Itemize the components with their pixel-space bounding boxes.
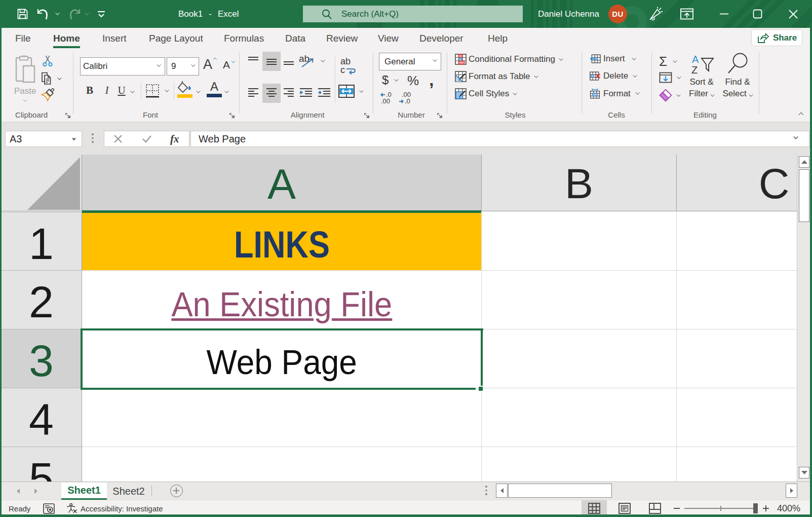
formula-bar-splitter[interactable] — [92, 133, 94, 144]
redo-button[interactable] — [65, 0, 89, 28]
share-button[interactable]: Share — [751, 29, 802, 46]
vertical-scroll-thumb[interactable] — [799, 169, 809, 222]
ribbon-display-options-button[interactable] — [676, 0, 698, 28]
horizontal-scroll-thumb[interactable] — [508, 484, 612, 498]
formula-input[interactable]: Web Page — [190, 131, 809, 147]
collapse-ribbon-button[interactable] — [799, 113, 804, 118]
cell-styles-button[interactable]: Cell Styles — [455, 88, 517, 99]
autosum-button[interactable]: Σ — [659, 54, 677, 69]
row-header-1[interactable]: 1 — [1, 212, 82, 270]
tab-view[interactable]: View — [378, 28, 399, 49]
paste-button[interactable]: Paste — [14, 55, 36, 101]
cut-button[interactable] — [42, 55, 54, 67]
align-middle-button[interactable] — [262, 52, 281, 71]
tab-file[interactable]: File — [15, 28, 31, 49]
avatar[interactable]: DU — [608, 5, 627, 23]
sheet-tab-sheet2[interactable]: Sheet2 — [107, 483, 150, 500]
feedback-button[interactable] — [642, 0, 668, 28]
vertical-scrollbar[interactable] — [797, 155, 810, 482]
column-header-c[interactable]: C — [676, 155, 797, 211]
merge-center-button[interactable] — [338, 85, 363, 98]
underline-button[interactable]: U — [115, 84, 128, 97]
search-input[interactable]: Search (Alt+Q) — [303, 6, 523, 22]
new-sheet-button[interactable] — [170, 485, 183, 497]
column-header-b[interactable]: B — [481, 155, 676, 211]
borders-button[interactable] — [145, 83, 169, 98]
cell-a3[interactable]: Web Page — [82, 329, 481, 388]
tab-review[interactable]: Review — [326, 28, 358, 49]
align-top-button[interactable] — [247, 55, 259, 67]
tab-scrollbar-splitter[interactable] — [485, 486, 487, 497]
decrease-decimal-button[interactable]: .00 .0 — [398, 90, 413, 104]
decrease-font-size-button[interactable]: A — [223, 59, 235, 71]
conditional-formatting-button[interactable]: Conditional Formatting — [455, 54, 563, 65]
name-box-dropdown-icon[interactable] — [71, 138, 76, 141]
insert-function-button[interactable]: fx — [170, 133, 179, 145]
align-right-button[interactable] — [283, 87, 295, 99]
select-all-corner[interactable] — [1, 155, 82, 211]
cancel-icon[interactable] — [113, 134, 123, 143]
align-left-button[interactable] — [247, 87, 259, 99]
format-as-table-button[interactable]: Format as Table — [455, 71, 538, 82]
orientation-button[interactable]: ab — [299, 53, 325, 69]
enter-icon[interactable] — [142, 135, 152, 143]
bold-button[interactable]: B — [83, 84, 96, 97]
format-cells-button[interactable]: Format — [590, 88, 639, 99]
find-select-button[interactable]: Find & Select — [721, 53, 754, 99]
tab-insert[interactable]: Insert — [102, 28, 127, 49]
align-center-button[interactable] — [262, 84, 281, 103]
row-header-5[interactable]: 5 — [1, 447, 82, 482]
increase-font-size-button[interactable]: A — [203, 57, 217, 72]
name-box[interactable]: A3 — [5, 131, 82, 147]
formula-bar-expand-icon[interactable] — [793, 134, 798, 139]
tab-page-layout[interactable]: Page Layout — [149, 28, 203, 49]
insert-cells-button[interactable]: Insert — [590, 54, 636, 64]
tab-help[interactable]: Help — [488, 28, 508, 49]
font-size-select[interactable]: 9 — [167, 57, 199, 76]
user-name[interactable]: Daniel Uchenna — [538, 0, 599, 28]
font-dialog-launcher[interactable] — [229, 113, 236, 119]
sheet-nav-arrows[interactable] — [16, 488, 40, 494]
undo-button[interactable] — [35, 0, 59, 28]
clear-button[interactable] — [659, 89, 680, 102]
hscroll-right-button[interactable] — [786, 484, 797, 498]
scroll-down-button[interactable] — [799, 467, 809, 478]
customize-qat-button[interactable] — [96, 0, 106, 28]
fill-color-button[interactable] — [177, 81, 192, 98]
format-painter-button[interactable] — [41, 88, 55, 102]
column-header-a[interactable]: A — [82, 155, 481, 211]
increase-decimal-button[interactable]: .0 .00 — [380, 90, 395, 104]
font-color-button[interactable]: A — [207, 80, 222, 97]
row-header-2[interactable]: 2 — [1, 270, 82, 329]
clipboard-dialog-launcher[interactable] — [65, 113, 71, 119]
decrease-indent-button[interactable] — [299, 87, 313, 99]
number-dialog-launcher[interactable] — [437, 113, 443, 119]
zoom-slider-handle[interactable] — [753, 503, 758, 513]
alignment-dialog-launcher[interactable] — [364, 113, 370, 119]
cell-a2[interactable]: An Existing File — [82, 270, 481, 329]
accounting-format-button[interactable]: $ — [382, 73, 398, 87]
fill-handle[interactable] — [478, 386, 484, 392]
increase-indent-button[interactable] — [317, 87, 331, 99]
wrap-text-button[interactable]: ab c — [339, 57, 357, 75]
row-header-3[interactable]: 3 — [1, 329, 82, 388]
tab-home[interactable]: Home — [53, 28, 80, 49]
tab-developer[interactable]: Developer — [419, 28, 463, 49]
cell-a1[interactable]: LINKS — [82, 212, 481, 270]
undo-dropdown-chevron[interactable] — [55, 11, 59, 15]
maximize-button[interactable] — [741, 0, 774, 28]
delete-cells-button[interactable]: Delete — [590, 71, 637, 81]
font-name-select[interactable]: Calibri — [80, 57, 165, 76]
sort-filter-button[interactable]: A Z Sort & Filter — [686, 53, 717, 99]
tab-formulas[interactable]: Formulas — [224, 28, 264, 49]
comma-style-button[interactable]: , — [429, 70, 434, 90]
number-format-select[interactable]: General — [379, 53, 441, 70]
tab-data[interactable]: Data — [285, 28, 305, 49]
fill-color-dropdown-chevron[interactable] — [196, 89, 200, 93]
align-bottom-button[interactable] — [283, 55, 295, 67]
percent-style-button[interactable]: % — [407, 73, 419, 89]
underline-dropdown-chevron[interactable] — [130, 89, 134, 93]
italic-button[interactable]: I — [101, 84, 112, 97]
save-button[interactable] — [16, 0, 29, 28]
hscroll-left-button[interactable] — [496, 484, 508, 498]
